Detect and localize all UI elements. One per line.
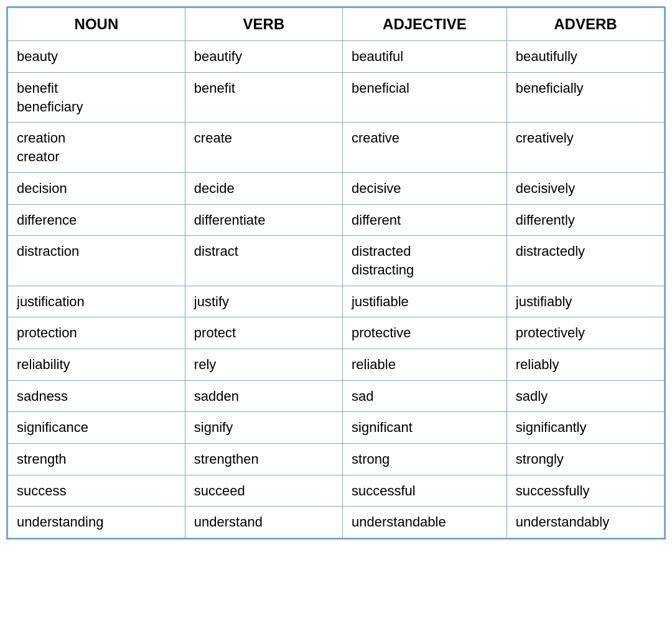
table-row: beautybeautifybeautifulbeautifully bbox=[8, 41, 665, 73]
cell-adjective-12: successful bbox=[343, 475, 507, 507]
cell-verb-3: decide bbox=[185, 172, 342, 204]
verb-header: VERB bbox=[185, 8, 342, 41]
cell-adverb-8: reliably bbox=[506, 349, 664, 380]
table-row: distractiondistractdistracteddistracting… bbox=[8, 236, 665, 286]
cell-adjective-11: strong bbox=[343, 444, 507, 475]
table-row: understandingunderstandunderstandableund… bbox=[8, 507, 665, 538]
cell-noun-9: sadness bbox=[8, 380, 185, 412]
header-row: NOUN VERB ADJECTIVE ADVERB bbox=[8, 8, 665, 41]
cell-noun-3: decision bbox=[8, 172, 185, 204]
table-row: benefitbeneficiarybenefitbeneficialbenef… bbox=[8, 73, 665, 123]
cell-adverb-9: sadly bbox=[506, 380, 664, 412]
table-row: decisiondecidedecisivedecisively bbox=[8, 172, 665, 204]
cell-adjective-2: creative bbox=[343, 123, 507, 172]
cell-adverb-2: creatively bbox=[506, 123, 664, 172]
cell-noun-11: strength bbox=[8, 444, 185, 475]
cell-noun-10: significance bbox=[8, 412, 185, 444]
cell-adjective-3: decisive bbox=[343, 172, 507, 204]
cell-noun-1: benefitbeneficiary bbox=[8, 73, 185, 123]
cell-adverb-4: differently bbox=[506, 204, 664, 236]
cell-verb-9: sadden bbox=[185, 380, 342, 412]
cell-verb-6: justify bbox=[185, 286, 342, 317]
cell-noun-2: creationcreator bbox=[8, 123, 185, 172]
cell-verb-10: signify bbox=[185, 412, 342, 444]
word-forms-table: NOUN VERB ADJECTIVE ADVERB beautybeautif… bbox=[6, 6, 666, 540]
cell-adjective-9: sad bbox=[343, 380, 507, 412]
table-row: sadnesssaddensadsadly bbox=[8, 380, 665, 412]
cell-adverb-1: beneficially bbox=[506, 73, 664, 123]
cell-verb-2: create bbox=[185, 123, 342, 172]
noun-header: NOUN bbox=[8, 8, 185, 41]
table-row: differencedifferentiatedifferentdifferen… bbox=[8, 204, 665, 236]
cell-noun-5: distraction bbox=[8, 236, 185, 286]
cell-adverb-3: decisively bbox=[506, 172, 664, 204]
cell-adjective-1: beneficial bbox=[343, 73, 507, 123]
table-row: creationcreatorcreatecreativecreatively bbox=[8, 123, 665, 172]
cell-verb-13: understand bbox=[185, 507, 342, 538]
cell-adjective-0: beautiful bbox=[343, 41, 507, 73]
cell-adverb-13: understandably bbox=[506, 507, 664, 538]
cell-noun-7: protection bbox=[8, 317, 185, 349]
adjective-header: ADJECTIVE bbox=[343, 8, 507, 41]
cell-adjective-8: reliable bbox=[343, 349, 507, 380]
table-row: successsucceedsuccessfulsuccessfully bbox=[8, 475, 665, 507]
cell-noun-12: success bbox=[8, 475, 185, 507]
adverb-header: ADVERB bbox=[506, 8, 664, 41]
cell-adverb-12: successfully bbox=[506, 475, 664, 507]
cell-adjective-4: different bbox=[343, 204, 507, 236]
cell-adjective-7: protective bbox=[343, 317, 507, 349]
cell-verb-12: succeed bbox=[185, 475, 342, 507]
cell-noun-6: justification bbox=[8, 286, 185, 317]
cell-verb-5: distract bbox=[185, 236, 342, 286]
cell-verb-11: strengthen bbox=[185, 444, 342, 475]
cell-adjective-5: distracteddistracting bbox=[343, 236, 507, 286]
cell-adverb-0: beautifully bbox=[506, 41, 664, 73]
cell-adverb-6: justifiably bbox=[506, 286, 664, 317]
cell-adverb-7: protectively bbox=[506, 317, 664, 349]
cell-verb-7: protect bbox=[185, 317, 342, 349]
cell-adverb-10: significantly bbox=[506, 412, 664, 444]
cell-verb-0: beautify bbox=[185, 41, 342, 73]
cell-adjective-10: significant bbox=[343, 412, 507, 444]
cell-noun-0: beauty bbox=[8, 41, 185, 73]
table-row: justificationjustifyjustifiablejustifiab… bbox=[8, 286, 665, 317]
cell-noun-4: difference bbox=[8, 204, 185, 236]
table-row: significancesignifysignificantsignifican… bbox=[8, 412, 665, 444]
table-row: reliabilityrelyreliablereliably bbox=[8, 349, 665, 380]
cell-verb-1: benefit bbox=[185, 73, 342, 123]
cell-adverb-11: strongly bbox=[506, 444, 664, 475]
cell-noun-13: understanding bbox=[8, 507, 185, 538]
cell-verb-4: differentiate bbox=[185, 204, 342, 236]
table-row: strengthstrengthenstrongstrongly bbox=[8, 444, 665, 475]
table-row: protectionprotectprotectiveprotectively bbox=[8, 317, 665, 349]
cell-adjective-6: justifiable bbox=[343, 286, 507, 317]
cell-adjective-13: understandable bbox=[343, 507, 507, 538]
cell-noun-8: reliability bbox=[8, 349, 185, 380]
cell-adverb-5: distractedly bbox=[506, 236, 664, 286]
cell-verb-8: rely bbox=[185, 349, 342, 380]
